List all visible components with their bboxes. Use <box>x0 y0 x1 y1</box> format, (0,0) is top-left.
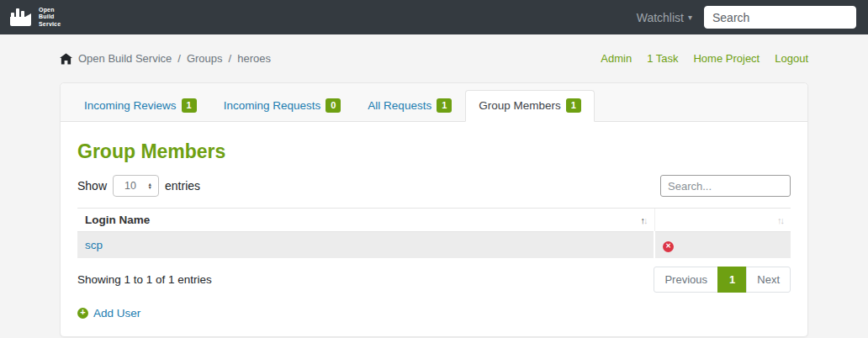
group-members-table: Login Name ↑↓ ↑↓ <box>77 208 791 258</box>
link-tasks[interactable]: 1 Task <box>647 52 678 65</box>
breadcrumb-separator: / <box>229 52 232 65</box>
tab-incoming-reviews[interactable]: Incoming Reviews 1 <box>71 90 210 122</box>
global-search-input[interactable] <box>704 6 856 29</box>
table-info: Showing 1 to 1 of 1 entries <box>77 273 212 286</box>
brand-text: Open Build Service <box>39 7 61 27</box>
sort-icons: ↑↓ <box>641 215 647 225</box>
breadcrumb-separator: / <box>177 52 181 65</box>
badge-count: 1 <box>182 98 197 113</box>
watchlist-dropdown[interactable]: Watchlist ▾ <box>637 11 692 24</box>
watchlist-label: Watchlist <box>637 11 684 24</box>
remove-user-icon[interactable]: ✕ <box>663 241 674 252</box>
card-body: Group Members Show 10 ▲ ▼ <box>61 122 807 336</box>
caret-down-icon: ▾ <box>688 13 692 22</box>
add-user-link[interactable]: Add User <box>93 307 140 320</box>
content-card: Incoming Reviews 1 Incoming Requests 0 A… <box>60 82 808 337</box>
breadcrumb-item-obs[interactable]: Open Build Service <box>78 52 172 65</box>
breadcrumb: Open Build Service / Groups / heroes <box>60 52 271 65</box>
pagination: Previous 1 Next <box>654 267 791 293</box>
badge-count: 1 <box>437 98 452 113</box>
top-navbar: Open Build Service Watchlist ▾ <box>0 0 868 34</box>
add-icon: + <box>77 308 88 319</box>
factory-icon <box>8 5 34 30</box>
table-header-row: Login Name ↑↓ ↑↓ <box>77 209 791 232</box>
breadcrumb-item-groups[interactable]: Groups <box>187 52 223 65</box>
navbar-right: Watchlist ▾ <box>637 6 856 29</box>
select-arrows-icon: ▲ ▼ <box>148 182 152 190</box>
tab-group-members[interactable]: Group Members 1 <box>465 90 595 122</box>
length-control: Show 10 ▲ ▼ entries <box>77 175 200 197</box>
page-title: Group Members <box>77 140 791 163</box>
obs-logo[interactable]: Open Build Service <box>8 5 61 30</box>
tab-all-requests[interactable]: All Requests 1 <box>354 90 465 122</box>
pagination-next[interactable]: Next <box>746 267 791 293</box>
badge-count: 1 <box>566 98 581 113</box>
tab-incoming-requests[interactable]: Incoming Requests 0 <box>210 90 355 122</box>
tab-bar: Incoming Reviews 1 Incoming Requests 0 A… <box>61 83 807 122</box>
pagination-page-1[interactable]: 1 <box>717 267 747 293</box>
column-header-login-name[interactable]: Login Name ↑↓ <box>77 209 654 232</box>
actions-cell: ✕ <box>654 232 791 258</box>
add-user-row: + Add User <box>77 307 791 320</box>
topbar: Open Build Service / Groups / heroes Adm… <box>60 34 808 65</box>
link-admin[interactable]: Admin <box>601 52 632 65</box>
user-login-link[interactable]: scp <box>85 239 103 251</box>
page-length-select[interactable]: 10 ▲ ▼ <box>113 175 159 197</box>
entries-label: entries <box>165 179 200 193</box>
breadcrumb-item-heroes: heroes <box>237 52 271 65</box>
user-links: Admin 1 Task Home Project Logout <box>601 52 808 65</box>
login-name-cell: scp <box>77 232 654 258</box>
page-background: Open Build Service / Groups / heroes Adm… <box>0 34 868 338</box>
badge-count: 0 <box>326 98 341 113</box>
link-home-project[interactable]: Home Project <box>693 52 760 65</box>
pagination-previous[interactable]: Previous <box>654 267 718 293</box>
table-footer: Showing 1 to 1 of 1 entries Previous 1 N… <box>77 267 791 293</box>
sort-icons: ↑↓ <box>777 215 783 225</box>
home-icon[interactable] <box>60 53 72 65</box>
app-root: Open Build Service Watchlist ▾ <box>0 0 868 338</box>
table-row: scp ✕ <box>77 232 791 258</box>
table-search-input[interactable] <box>660 175 791 197</box>
show-label: Show <box>77 179 107 193</box>
table-controls: Show 10 ▲ ▼ entries <box>77 175 791 197</box>
column-header-actions[interactable]: ↑↓ <box>654 209 791 232</box>
link-logout[interactable]: Logout <box>775 52 808 65</box>
